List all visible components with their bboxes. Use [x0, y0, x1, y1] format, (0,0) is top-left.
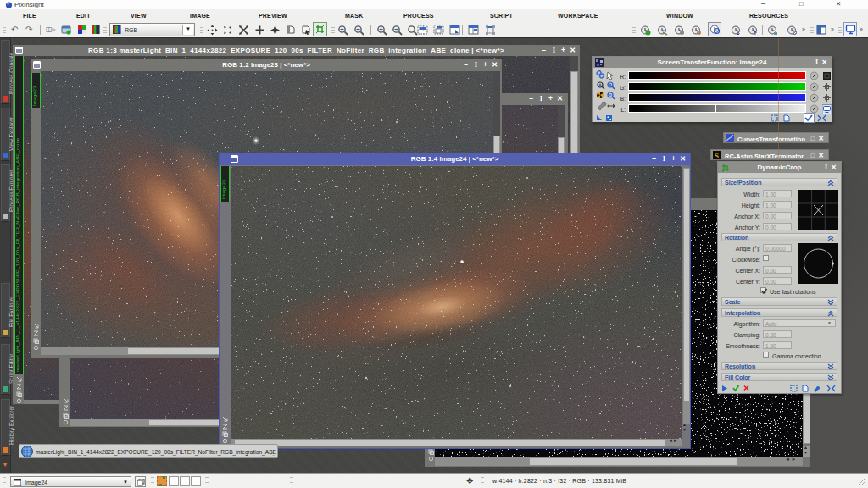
svg-text:S: S: [715, 152, 719, 160]
